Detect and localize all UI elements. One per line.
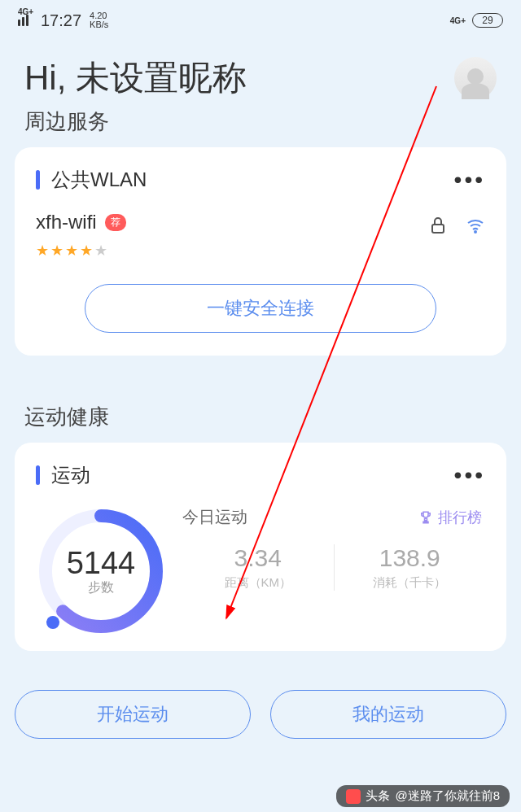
metric-distance[interactable]: 3.34 距离（KM） [182,544,334,591]
start-sport-button[interactable]: 开始运动 [15,690,251,739]
wlan-card-header: 公共WLAN ••• [36,167,485,193]
network-label-right: 4G+ [450,16,466,25]
ranking-label: 排行榜 [438,508,482,527]
svg-point-1 [475,231,476,233]
section-title-nearby: 周边服务 [0,101,521,147]
greeting-row: Hi, 未设置昵称 [0,33,521,101]
recommend-badge: 荐 [105,214,126,231]
svg-rect-0 [432,225,444,233]
network-label: 4G+ [18,7,33,16]
toutiao-logo-icon [346,789,361,804]
step-ring[interactable]: 5144 步数 [36,506,166,636]
trophy-icon [418,510,433,525]
today-label: 今日运动 [182,506,247,528]
accent-bar-icon [36,170,40,190]
battery-icon: 29 [472,13,503,28]
section-title-health: 运动健康 [0,396,521,443]
attribution-text: @迷路了你就往前8 [395,788,500,804]
sport-card-header: 运动 ••• [36,462,485,488]
wlan-card-title: 公共WLAN [51,167,147,193]
signal-icon: 4G+ [18,15,33,26]
attribution-prefix: 头条 [366,788,390,804]
attribution: 头条 @迷路了你就往前8 [336,785,510,807]
more-icon[interactable]: ••• [454,469,485,481]
status-left: 4G+ 17:27 4.20 KB/s [18,11,108,30]
star-rating: ★★★★★ [36,242,126,260]
wifi-item[interactable]: xfh-wifi 荐 ★★★★★ [36,211,485,260]
step-label: 步数 [88,579,114,596]
status-right: 4G+ 29 [450,13,503,28]
avatar[interactable] [454,57,497,99]
my-sport-button[interactable]: 我的运动 [270,690,506,739]
metrics-row: 3.34 距离（KM） 138.9 消耗（千卡） [182,544,485,591]
metric-calories[interactable]: 138.9 消耗（千卡） [334,544,486,591]
battery-percent: 29 [472,13,503,28]
wifi-icon [466,216,485,235]
status-time: 17:27 [41,11,81,30]
accent-bar-icon [36,465,40,485]
status-speed: 4.20 KB/s [90,11,108,29]
lock-icon [428,216,448,235]
connect-button[interactable]: 一键安全连接 [85,284,436,333]
ranking-link[interactable]: 排行榜 [418,508,482,527]
greeting-text: Hi, 未设置昵称 [24,55,247,101]
wlan-card: 公共WLAN ••• xfh-wifi 荐 ★★★★★ 一键安全连接 [15,147,506,356]
sport-card-title: 运动 [51,462,90,488]
wifi-name: xfh-wifi [36,211,97,234]
more-icon[interactable]: ••• [454,174,485,186]
status-bar: 4G+ 17:27 4.20 KB/s 4G+ 29 [0,0,521,33]
sport-buttons-row: 开始运动 我的运动 [0,667,521,739]
sport-card: 运动 ••• 5144 步数 今日运动 排行榜 [15,443,506,651]
step-count: 5144 [67,546,136,581]
